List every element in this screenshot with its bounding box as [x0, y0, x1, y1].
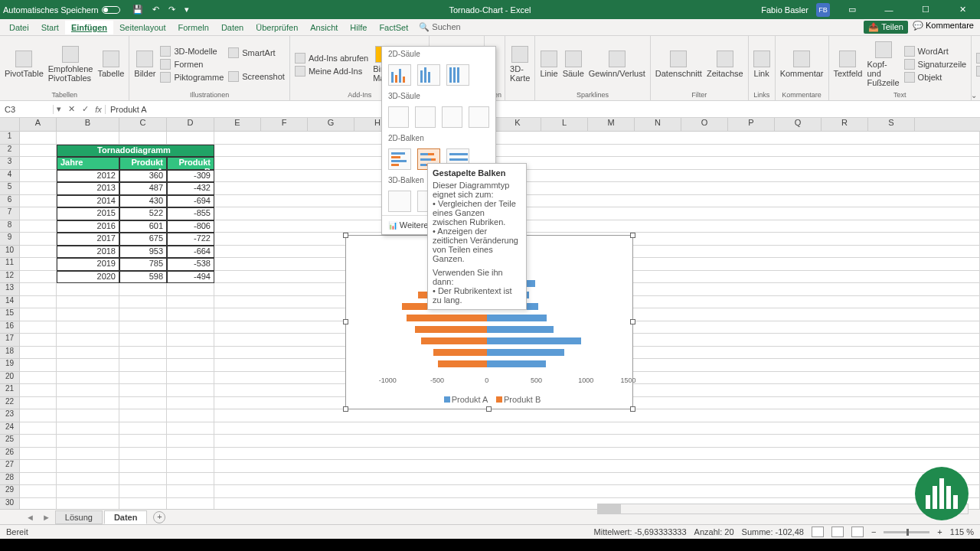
3dmap-button[interactable]: 3D-Karte: [508, 44, 531, 84]
cell[interactable]: [119, 473, 167, 486]
row-header[interactable]: 14: [0, 296, 20, 309]
cell[interactable]: [57, 283, 119, 296]
my-addins-button[interactable]: Meine Add-Ins: [293, 65, 370, 77]
cell[interactable]: [119, 422, 167, 435]
pictures-button[interactable]: Bilder: [132, 49, 157, 80]
col-header[interactable]: S: [868, 118, 915, 131]
name-box[interactable]: C3: [0, 105, 54, 114]
textbox-button[interactable]: Textfeld: [832, 49, 864, 80]
cell[interactable]: [214, 195, 980, 208]
autosave-toggle[interactable]: Automatisches Speichern: [3, 5, 120, 15]
cell[interactable]: [119, 397, 167, 410]
3dmodels-button[interactable]: 3D-Modelle: [158, 45, 225, 57]
cell[interactable]: [20, 296, 57, 309]
search-input[interactable]: 🔍 Suchen: [419, 22, 460, 32]
cell[interactable]: 2012: [57, 170, 119, 183]
cell[interactable]: [20, 207, 57, 220]
cell[interactable]: [167, 359, 214, 372]
cell[interactable]: [57, 485, 119, 498]
table-button[interactable]: Tabelle: [96, 49, 126, 80]
cell[interactable]: [20, 170, 57, 183]
cell[interactable]: -538: [167, 258, 214, 271]
row-header[interactable]: 23: [0, 409, 20, 422]
col-header[interactable]: E: [214, 118, 261, 131]
tab-ueberpruefen[interactable]: Überprüfen: [250, 21, 304, 34]
minimize-icon[interactable]: —: [874, 5, 903, 15]
3d-stacked-column-icon[interactable]: [415, 106, 436, 128]
tab-factset[interactable]: FactSet: [373, 21, 414, 34]
row-header[interactable]: 6: [0, 195, 20, 208]
col-header[interactable]: O: [681, 118, 728, 131]
row-header[interactable]: 7: [0, 207, 20, 220]
zoom-slider[interactable]: [884, 531, 929, 533]
cell[interactable]: -855: [167, 207, 214, 220]
cell[interactable]: [214, 145, 980, 158]
cell[interactable]: Produkt A: [119, 157, 167, 170]
cell[interactable]: [119, 132, 167, 145]
resize-handle[interactable]: [343, 406, 348, 412]
formula-button[interactable]: Formel: [975, 52, 980, 64]
cell[interactable]: [167, 422, 214, 435]
maximize-icon[interactable]: ☐: [911, 5, 940, 15]
formula-expand-icon[interactable]: ⌄: [971, 91, 977, 99]
tab-start[interactable]: Start: [35, 21, 65, 34]
cell[interactable]: [119, 372, 167, 385]
cell[interactable]: [214, 157, 980, 170]
cell[interactable]: 953: [119, 246, 167, 259]
cell[interactable]: [20, 308, 57, 321]
col-header[interactable]: N: [635, 118, 681, 131]
row-header[interactable]: 18: [0, 347, 20, 360]
cell[interactable]: [57, 422, 119, 435]
comment-button[interactable]: Kommentar: [779, 49, 825, 80]
cell[interactable]: [119, 384, 167, 397]
formula-enter-icon[interactable]: ✓: [78, 104, 92, 114]
slicer-button[interactable]: Datenschnitt: [654, 49, 704, 80]
3d-clustered-bar-icon[interactable]: [388, 191, 411, 212]
row-header[interactable]: 30: [0, 498, 20, 510]
row-header[interactable]: 26: [0, 448, 20, 461]
fx-icon[interactable]: fx: [92, 105, 106, 114]
cell[interactable]: [167, 498, 214, 510]
cell[interactable]: [57, 308, 119, 321]
cell[interactable]: [167, 334, 214, 347]
timeline-button[interactable]: Zeitachse: [705, 49, 745, 80]
col-header[interactable]: Q: [775, 118, 822, 131]
tab-datei[interactable]: Datei: [3, 21, 35, 34]
close-icon[interactable]: ✕: [948, 5, 977, 15]
cell[interactable]: [167, 372, 214, 385]
cell[interactable]: -694: [167, 195, 214, 208]
cell[interactable]: [20, 334, 57, 347]
sparkline-winloss-button[interactable]: Gewinn/Verlust: [587, 49, 647, 80]
cell[interactable]: [119, 409, 167, 422]
cell[interactable]: [214, 435, 980, 448]
col-header[interactable]: A: [20, 118, 57, 131]
cell[interactable]: [167, 283, 214, 296]
resize-handle[interactable]: [343, 319, 348, 324]
tab-daten[interactable]: Daten: [215, 21, 250, 34]
row-header[interactable]: 15: [0, 308, 20, 321]
cell[interactable]: Tornadodiagramm: [57, 145, 214, 158]
recommended-pivot-button[interactable]: Empfohlene PivotTables: [47, 44, 95, 84]
row-header[interactable]: 16: [0, 321, 20, 334]
row-header[interactable]: 27: [0, 460, 20, 473]
undo-icon[interactable]: ↶: [152, 5, 159, 15]
col-header[interactable]: M: [588, 118, 635, 131]
cell[interactable]: [20, 347, 57, 360]
cell[interactable]: 2015: [57, 207, 119, 220]
row-header[interactable]: 29: [0, 485, 20, 498]
cell[interactable]: [57, 296, 119, 309]
cell[interactable]: [167, 132, 214, 145]
cell[interactable]: [57, 359, 119, 372]
cell[interactable]: [214, 132, 980, 145]
cell[interactable]: -664: [167, 246, 214, 259]
stacked-column-icon[interactable]: [417, 64, 440, 86]
icons-button[interactable]: Piktogramme: [158, 71, 225, 83]
add-sheet-button[interactable]: +: [153, 511, 165, 523]
cell[interactable]: 2016: [57, 220, 119, 233]
cell[interactable]: [57, 347, 119, 360]
cell[interactable]: [20, 157, 57, 170]
formula-input[interactable]: Produkt A: [106, 105, 980, 114]
select-all-button[interactable]: [0, 118, 20, 131]
resize-handle[interactable]: [343, 233, 348, 238]
object-button[interactable]: Objekt: [903, 71, 969, 83]
